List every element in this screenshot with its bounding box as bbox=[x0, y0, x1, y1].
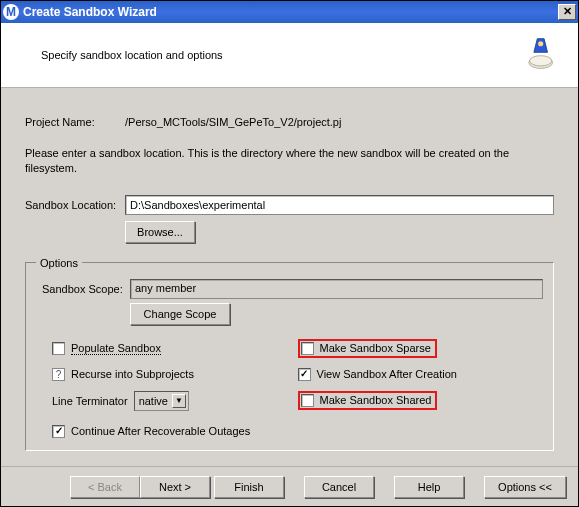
options-legend: Options bbox=[36, 257, 82, 269]
location-row: Sandbox Location: bbox=[25, 195, 554, 215]
continue-option[interactable]: Continue After Recoverable Outages bbox=[52, 425, 543, 438]
wizard-window: M Create Sandbox Wizard ✕ Specify sandbo… bbox=[0, 0, 579, 507]
close-button[interactable]: ✕ bbox=[558, 4, 576, 20]
line-terminator-option: Line Terminator native ▼ bbox=[52, 391, 298, 411]
project-name-label: Project Name: bbox=[25, 116, 125, 128]
line-terminator-label: Line Terminator bbox=[52, 395, 128, 407]
recurse-tristate-icon[interactable]: ? bbox=[52, 368, 65, 381]
view-after-checkbox[interactable] bbox=[298, 368, 311, 381]
sparse-checkbox[interactable] bbox=[301, 342, 314, 355]
line-terminator-value: native bbox=[139, 395, 168, 407]
options-button[interactable]: Options << bbox=[484, 476, 566, 498]
description-text: Please enter a sandbox location. This is… bbox=[25, 146, 554, 177]
help-button[interactable]: Help bbox=[394, 476, 464, 498]
populate-sandbox-option[interactable]: Populate Sandbox bbox=[52, 339, 298, 358]
body-panel: Project Name: /Perso_MCTools/SIM_GePeTo_… bbox=[1, 88, 578, 466]
window-title: Create Sandbox Wizard bbox=[23, 5, 558, 19]
project-name-row: Project Name: /Perso_MCTools/SIM_GePeTo_… bbox=[25, 116, 554, 128]
options-group: Options Sandbox Scope: any member Change… bbox=[25, 257, 554, 451]
continue-label: Continue After Recoverable Outages bbox=[71, 425, 250, 437]
shared-label: Make Sandbox Shared bbox=[320, 394, 432, 406]
header-panel: Specify sandbox location and options bbox=[1, 23, 578, 88]
wizard-icon bbox=[522, 37, 556, 73]
sparse-label: Make Sandbox Sparse bbox=[320, 342, 431, 354]
app-icon: M bbox=[3, 4, 19, 20]
shared-checkbox[interactable] bbox=[301, 394, 314, 407]
location-input[interactable] bbox=[125, 195, 554, 215]
scope-row: Sandbox Scope: any member bbox=[42, 279, 543, 299]
shared-highlight: Make Sandbox Shared bbox=[298, 391, 438, 410]
options-grid: Populate Sandbox Make Sandbox Sparse ? R… bbox=[52, 339, 543, 411]
svg-point-1 bbox=[538, 41, 543, 46]
chevron-down-icon[interactable]: ▼ bbox=[172, 394, 186, 408]
sparse-highlight: Make Sandbox Sparse bbox=[298, 339, 437, 358]
titlebar: M Create Sandbox Wizard ✕ bbox=[1, 1, 578, 23]
finish-button[interactable]: Finish bbox=[214, 476, 284, 498]
continue-checkbox[interactable] bbox=[52, 425, 65, 438]
browse-button[interactable]: Browse... bbox=[125, 221, 195, 243]
line-terminator-select[interactable]: native ▼ bbox=[134, 391, 189, 411]
view-after-label: View Sandbox After Creation bbox=[317, 368, 457, 380]
recurse-label: Recurse into Subprojects bbox=[71, 368, 194, 380]
svg-point-3 bbox=[530, 56, 552, 66]
populate-checkbox[interactable] bbox=[52, 342, 65, 355]
view-after-option[interactable]: View Sandbox After Creation bbox=[298, 368, 544, 381]
scope-value: any member bbox=[130, 279, 543, 299]
recurse-option[interactable]: ? Recurse into Subprojects bbox=[52, 368, 298, 381]
footer-panel: < Back Next > Finish Cancel Help Options… bbox=[1, 466, 578, 506]
cancel-button[interactable]: Cancel bbox=[304, 476, 374, 498]
wizard-subtitle: Specify sandbox location and options bbox=[41, 49, 522, 61]
scope-label: Sandbox Scope: bbox=[42, 283, 130, 295]
back-button: < Back bbox=[70, 476, 140, 498]
populate-label: Populate Sandbox bbox=[71, 342, 161, 355]
next-button[interactable]: Next > bbox=[140, 476, 210, 498]
change-scope-button[interactable]: Change Scope bbox=[130, 303, 230, 325]
project-name-value: /Perso_MCTools/SIM_GePeTo_V2/project.pj bbox=[125, 116, 554, 128]
location-label: Sandbox Location: bbox=[25, 199, 125, 211]
